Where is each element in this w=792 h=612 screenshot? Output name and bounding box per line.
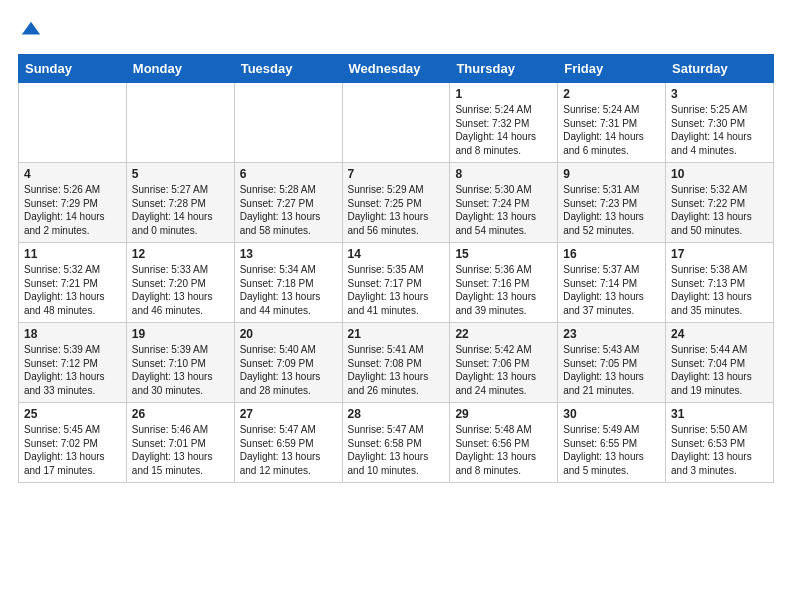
calendar-cell: 6Sunrise: 5:28 AM Sunset: 7:27 PM Daylig… xyxy=(234,163,342,243)
calendar-cell: 31Sunrise: 5:50 AM Sunset: 6:53 PM Dayli… xyxy=(666,403,774,483)
day-info: Sunrise: 5:46 AM Sunset: 7:01 PM Dayligh… xyxy=(132,423,229,477)
col-header-sunday: Sunday xyxy=(19,55,127,83)
calendar-cell: 29Sunrise: 5:48 AM Sunset: 6:56 PM Dayli… xyxy=(450,403,558,483)
calendar-cell: 11Sunrise: 5:32 AM Sunset: 7:21 PM Dayli… xyxy=(19,243,127,323)
day-number: 1 xyxy=(455,87,552,101)
calendar-cell xyxy=(342,83,450,163)
col-header-monday: Monday xyxy=(126,55,234,83)
day-info: Sunrise: 5:34 AM Sunset: 7:18 PM Dayligh… xyxy=(240,263,337,317)
calendar-cell: 7Sunrise: 5:29 AM Sunset: 7:25 PM Daylig… xyxy=(342,163,450,243)
col-header-friday: Friday xyxy=(558,55,666,83)
calendar-cell: 19Sunrise: 5:39 AM Sunset: 7:10 PM Dayli… xyxy=(126,323,234,403)
page: SundayMondayTuesdayWednesdayThursdayFrid… xyxy=(0,0,792,493)
day-info: Sunrise: 5:36 AM Sunset: 7:16 PM Dayligh… xyxy=(455,263,552,317)
calendar-cell: 28Sunrise: 5:47 AM Sunset: 6:58 PM Dayli… xyxy=(342,403,450,483)
calendar-week-1: 1Sunrise: 5:24 AM Sunset: 7:32 PM Daylig… xyxy=(19,83,774,163)
day-info: Sunrise: 5:47 AM Sunset: 6:59 PM Dayligh… xyxy=(240,423,337,477)
col-header-tuesday: Tuesday xyxy=(234,55,342,83)
day-number: 26 xyxy=(132,407,229,421)
day-number: 30 xyxy=(563,407,660,421)
calendar-cell: 13Sunrise: 5:34 AM Sunset: 7:18 PM Dayli… xyxy=(234,243,342,323)
col-header-wednesday: Wednesday xyxy=(342,55,450,83)
calendar-cell: 24Sunrise: 5:44 AM Sunset: 7:04 PM Dayli… xyxy=(666,323,774,403)
day-info: Sunrise: 5:24 AM Sunset: 7:32 PM Dayligh… xyxy=(455,103,552,157)
calendar-cell: 16Sunrise: 5:37 AM Sunset: 7:14 PM Dayli… xyxy=(558,243,666,323)
calendar-cell xyxy=(126,83,234,163)
day-number: 19 xyxy=(132,327,229,341)
calendar: SundayMondayTuesdayWednesdayThursdayFrid… xyxy=(18,54,774,483)
day-number: 29 xyxy=(455,407,552,421)
day-info: Sunrise: 5:25 AM Sunset: 7:30 PM Dayligh… xyxy=(671,103,768,157)
calendar-cell: 22Sunrise: 5:42 AM Sunset: 7:06 PM Dayli… xyxy=(450,323,558,403)
day-number: 16 xyxy=(563,247,660,261)
day-info: Sunrise: 5:44 AM Sunset: 7:04 PM Dayligh… xyxy=(671,343,768,397)
day-number: 9 xyxy=(563,167,660,181)
day-number: 12 xyxy=(132,247,229,261)
day-number: 18 xyxy=(24,327,121,341)
day-info: Sunrise: 5:32 AM Sunset: 7:22 PM Dayligh… xyxy=(671,183,768,237)
calendar-cell: 14Sunrise: 5:35 AM Sunset: 7:17 PM Dayli… xyxy=(342,243,450,323)
day-info: Sunrise: 5:50 AM Sunset: 6:53 PM Dayligh… xyxy=(671,423,768,477)
day-number: 8 xyxy=(455,167,552,181)
calendar-cell xyxy=(19,83,127,163)
day-number: 3 xyxy=(671,87,768,101)
day-number: 2 xyxy=(563,87,660,101)
calendar-cell: 3Sunrise: 5:25 AM Sunset: 7:30 PM Daylig… xyxy=(666,83,774,163)
day-info: Sunrise: 5:31 AM Sunset: 7:23 PM Dayligh… xyxy=(563,183,660,237)
logo-icon xyxy=(20,18,42,40)
day-info: Sunrise: 5:26 AM Sunset: 7:29 PM Dayligh… xyxy=(24,183,121,237)
calendar-cell: 10Sunrise: 5:32 AM Sunset: 7:22 PM Dayli… xyxy=(666,163,774,243)
calendar-cell: 26Sunrise: 5:46 AM Sunset: 7:01 PM Dayli… xyxy=(126,403,234,483)
day-info: Sunrise: 5:49 AM Sunset: 6:55 PM Dayligh… xyxy=(563,423,660,477)
day-number: 11 xyxy=(24,247,121,261)
calendar-cell: 18Sunrise: 5:39 AM Sunset: 7:12 PM Dayli… xyxy=(19,323,127,403)
day-number: 31 xyxy=(671,407,768,421)
calendar-cell: 2Sunrise: 5:24 AM Sunset: 7:31 PM Daylig… xyxy=(558,83,666,163)
calendar-cell: 8Sunrise: 5:30 AM Sunset: 7:24 PM Daylig… xyxy=(450,163,558,243)
calendar-cell: 25Sunrise: 5:45 AM Sunset: 7:02 PM Dayli… xyxy=(19,403,127,483)
calendar-header-row: SundayMondayTuesdayWednesdayThursdayFrid… xyxy=(19,55,774,83)
day-info: Sunrise: 5:41 AM Sunset: 7:08 PM Dayligh… xyxy=(348,343,445,397)
calendar-cell: 21Sunrise: 5:41 AM Sunset: 7:08 PM Dayli… xyxy=(342,323,450,403)
day-info: Sunrise: 5:39 AM Sunset: 7:10 PM Dayligh… xyxy=(132,343,229,397)
day-info: Sunrise: 5:29 AM Sunset: 7:25 PM Dayligh… xyxy=(348,183,445,237)
calendar-week-5: 25Sunrise: 5:45 AM Sunset: 7:02 PM Dayli… xyxy=(19,403,774,483)
day-info: Sunrise: 5:24 AM Sunset: 7:31 PM Dayligh… xyxy=(563,103,660,157)
calendar-week-2: 4Sunrise: 5:26 AM Sunset: 7:29 PM Daylig… xyxy=(19,163,774,243)
day-info: Sunrise: 5:35 AM Sunset: 7:17 PM Dayligh… xyxy=(348,263,445,317)
day-number: 27 xyxy=(240,407,337,421)
day-number: 5 xyxy=(132,167,229,181)
day-number: 24 xyxy=(671,327,768,341)
day-info: Sunrise: 5:28 AM Sunset: 7:27 PM Dayligh… xyxy=(240,183,337,237)
day-info: Sunrise: 5:42 AM Sunset: 7:06 PM Dayligh… xyxy=(455,343,552,397)
day-info: Sunrise: 5:45 AM Sunset: 7:02 PM Dayligh… xyxy=(24,423,121,477)
col-header-thursday: Thursday xyxy=(450,55,558,83)
calendar-cell: 1Sunrise: 5:24 AM Sunset: 7:32 PM Daylig… xyxy=(450,83,558,163)
day-info: Sunrise: 5:40 AM Sunset: 7:09 PM Dayligh… xyxy=(240,343,337,397)
day-number: 13 xyxy=(240,247,337,261)
col-header-saturday: Saturday xyxy=(666,55,774,83)
calendar-cell: 20Sunrise: 5:40 AM Sunset: 7:09 PM Dayli… xyxy=(234,323,342,403)
calendar-week-3: 11Sunrise: 5:32 AM Sunset: 7:21 PM Dayli… xyxy=(19,243,774,323)
day-info: Sunrise: 5:27 AM Sunset: 7:28 PM Dayligh… xyxy=(132,183,229,237)
day-info: Sunrise: 5:33 AM Sunset: 7:20 PM Dayligh… xyxy=(132,263,229,317)
calendar-cell: 27Sunrise: 5:47 AM Sunset: 6:59 PM Dayli… xyxy=(234,403,342,483)
calendar-cell xyxy=(234,83,342,163)
day-number: 20 xyxy=(240,327,337,341)
day-info: Sunrise: 5:38 AM Sunset: 7:13 PM Dayligh… xyxy=(671,263,768,317)
calendar-cell: 9Sunrise: 5:31 AM Sunset: 7:23 PM Daylig… xyxy=(558,163,666,243)
day-info: Sunrise: 5:48 AM Sunset: 6:56 PM Dayligh… xyxy=(455,423,552,477)
day-number: 28 xyxy=(348,407,445,421)
logo xyxy=(18,18,42,44)
day-number: 22 xyxy=(455,327,552,341)
day-number: 23 xyxy=(563,327,660,341)
calendar-cell: 30Sunrise: 5:49 AM Sunset: 6:55 PM Dayli… xyxy=(558,403,666,483)
header xyxy=(18,18,774,44)
calendar-cell: 5Sunrise: 5:27 AM Sunset: 7:28 PM Daylig… xyxy=(126,163,234,243)
calendar-cell: 17Sunrise: 5:38 AM Sunset: 7:13 PM Dayli… xyxy=(666,243,774,323)
day-number: 14 xyxy=(348,247,445,261)
day-number: 21 xyxy=(348,327,445,341)
day-number: 4 xyxy=(24,167,121,181)
calendar-cell: 4Sunrise: 5:26 AM Sunset: 7:29 PM Daylig… xyxy=(19,163,127,243)
day-number: 15 xyxy=(455,247,552,261)
